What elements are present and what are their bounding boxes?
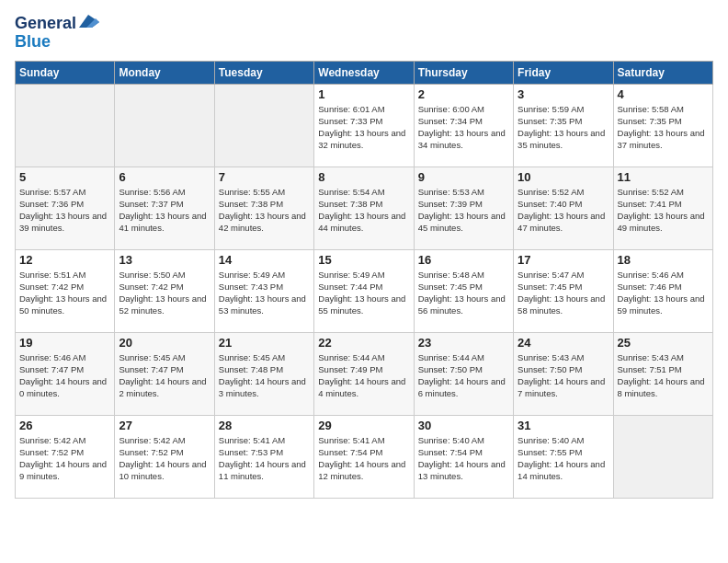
calendar-cell: 6Sunrise: 5:56 AM Sunset: 7:37 PM Daylig… xyxy=(115,167,214,249)
day-number: 21 xyxy=(219,336,310,350)
logo-icon xyxy=(79,15,99,29)
logo-blue: Blue xyxy=(15,33,51,52)
day-info: Sunrise: 5:44 AM Sunset: 7:50 PM Dayligh… xyxy=(418,351,509,400)
day-number: 26 xyxy=(19,419,110,432)
calendar-cell: 31Sunrise: 5:40 AM Sunset: 7:55 PM Dayli… xyxy=(514,415,613,498)
calendar-cell: 18Sunrise: 5:46 AM Sunset: 7:46 PM Dayli… xyxy=(613,249,712,332)
day-info: Sunrise: 5:40 AM Sunset: 7:55 PM Dayligh… xyxy=(518,434,609,483)
calendar-cell: 2Sunrise: 6:00 AM Sunset: 7:34 PM Daylig… xyxy=(414,84,513,167)
day-number: 1 xyxy=(318,87,409,101)
calendar-cell: 23Sunrise: 5:44 AM Sunset: 7:50 PM Dayli… xyxy=(414,332,513,415)
calendar-cell: 26Sunrise: 5:42 AM Sunset: 7:52 PM Dayli… xyxy=(16,415,115,498)
day-header-monday: Monday xyxy=(115,61,214,84)
calendar-cell: 4Sunrise: 5:58 AM Sunset: 7:35 PM Daylig… xyxy=(613,84,712,167)
day-info: Sunrise: 5:41 AM Sunset: 7:53 PM Dayligh… xyxy=(219,434,310,483)
logo: General Blue xyxy=(15,15,99,52)
day-info: Sunrise: 5:42 AM Sunset: 7:52 PM Dayligh… xyxy=(19,434,110,483)
calendar-cell: 17Sunrise: 5:47 AM Sunset: 7:45 PM Dayli… xyxy=(514,249,613,332)
week-row-1: 1Sunrise: 6:01 AM Sunset: 7:33 PM Daylig… xyxy=(16,84,713,167)
day-number: 8 xyxy=(318,170,409,184)
day-number: 7 xyxy=(219,170,310,184)
calendar-table: SundayMondayTuesdayWednesdayThursdayFrid… xyxy=(15,61,713,499)
day-number: 4 xyxy=(618,87,709,101)
day-info: Sunrise: 5:46 AM Sunset: 7:47 PM Dayligh… xyxy=(19,351,110,400)
day-number: 28 xyxy=(219,419,310,432)
day-info: Sunrise: 6:00 AM Sunset: 7:34 PM Dayligh… xyxy=(418,103,509,152)
calendar-cell: 3Sunrise: 5:59 AM Sunset: 7:35 PM Daylig… xyxy=(514,84,613,167)
calendar-cell: 15Sunrise: 5:49 AM Sunset: 7:44 PM Dayli… xyxy=(314,249,414,332)
calendar-cell xyxy=(613,415,712,498)
day-number: 18 xyxy=(618,253,709,267)
day-info: Sunrise: 5:41 AM Sunset: 7:54 PM Dayligh… xyxy=(318,434,409,483)
day-number: 11 xyxy=(618,170,709,184)
week-row-3: 12Sunrise: 5:51 AM Sunset: 7:42 PM Dayli… xyxy=(16,249,713,332)
calendar-cell: 20Sunrise: 5:45 AM Sunset: 7:47 PM Dayli… xyxy=(115,332,214,415)
calendar-cell: 12Sunrise: 5:51 AM Sunset: 7:42 PM Dayli… xyxy=(16,249,115,332)
calendar-cell: 28Sunrise: 5:41 AM Sunset: 7:53 PM Dayli… xyxy=(214,415,313,498)
calendar-cell: 13Sunrise: 5:50 AM Sunset: 7:42 PM Dayli… xyxy=(115,249,214,332)
day-info: Sunrise: 5:40 AM Sunset: 7:54 PM Dayligh… xyxy=(418,434,509,483)
day-info: Sunrise: 5:50 AM Sunset: 7:42 PM Dayligh… xyxy=(119,269,210,317)
day-number: 23 xyxy=(418,336,509,350)
day-info: Sunrise: 5:52 AM Sunset: 7:40 PM Dayligh… xyxy=(518,186,609,235)
day-number: 3 xyxy=(518,87,609,101)
day-info: Sunrise: 5:43 AM Sunset: 7:51 PM Dayligh… xyxy=(618,351,709,400)
week-row-5: 26Sunrise: 5:42 AM Sunset: 7:52 PM Dayli… xyxy=(16,415,713,498)
day-number: 19 xyxy=(19,336,110,350)
calendar-cell xyxy=(115,84,214,167)
header-row: SundayMondayTuesdayWednesdayThursdayFrid… xyxy=(16,61,713,84)
day-number: 22 xyxy=(318,336,409,350)
day-info: Sunrise: 5:45 AM Sunset: 7:47 PM Dayligh… xyxy=(119,351,210,400)
calendar-cell: 24Sunrise: 5:43 AM Sunset: 7:50 PM Dayli… xyxy=(514,332,613,415)
day-info: Sunrise: 5:56 AM Sunset: 7:37 PM Dayligh… xyxy=(119,186,210,235)
day-number: 14 xyxy=(219,253,310,267)
day-info: Sunrise: 5:59 AM Sunset: 7:35 PM Dayligh… xyxy=(518,103,609,152)
day-info: Sunrise: 6:01 AM Sunset: 7:33 PM Dayligh… xyxy=(318,103,409,152)
day-number: 25 xyxy=(618,336,709,350)
calendar-cell: 27Sunrise: 5:42 AM Sunset: 7:52 PM Dayli… xyxy=(115,415,214,498)
day-info: Sunrise: 5:53 AM Sunset: 7:39 PM Dayligh… xyxy=(418,186,509,235)
calendar-cell: 9Sunrise: 5:53 AM Sunset: 7:39 PM Daylig… xyxy=(414,167,513,249)
calendar-cell: 11Sunrise: 5:52 AM Sunset: 7:41 PM Dayli… xyxy=(613,167,712,249)
calendar-cell xyxy=(214,84,313,167)
week-row-2: 5Sunrise: 5:57 AM Sunset: 7:36 PM Daylig… xyxy=(16,167,713,249)
day-header-wednesday: Wednesday xyxy=(314,61,414,84)
calendar-cell: 30Sunrise: 5:40 AM Sunset: 7:54 PM Dayli… xyxy=(414,415,513,498)
day-number: 6 xyxy=(119,170,210,184)
day-number: 9 xyxy=(418,170,509,184)
day-number: 13 xyxy=(119,253,210,267)
day-info: Sunrise: 5:57 AM Sunset: 7:36 PM Dayligh… xyxy=(19,186,110,235)
day-info: Sunrise: 5:46 AM Sunset: 7:46 PM Dayligh… xyxy=(618,269,709,317)
calendar-cell: 1Sunrise: 6:01 AM Sunset: 7:33 PM Daylig… xyxy=(314,84,414,167)
calendar-cell: 14Sunrise: 5:49 AM Sunset: 7:43 PM Dayli… xyxy=(214,249,313,332)
day-info: Sunrise: 5:43 AM Sunset: 7:50 PM Dayligh… xyxy=(518,351,609,400)
day-info: Sunrise: 5:55 AM Sunset: 7:38 PM Dayligh… xyxy=(219,186,310,235)
calendar-cell: 8Sunrise: 5:54 AM Sunset: 7:38 PM Daylig… xyxy=(314,167,414,249)
calendar-cell: 10Sunrise: 5:52 AM Sunset: 7:40 PM Dayli… xyxy=(514,167,613,249)
page-header: General Blue xyxy=(15,15,713,52)
day-number: 15 xyxy=(318,253,409,267)
calendar-cell: 5Sunrise: 5:57 AM Sunset: 7:36 PM Daylig… xyxy=(16,167,115,249)
day-info: Sunrise: 5:44 AM Sunset: 7:49 PM Dayligh… xyxy=(318,351,409,400)
day-info: Sunrise: 5:51 AM Sunset: 7:42 PM Dayligh… xyxy=(19,269,110,317)
day-info: Sunrise: 5:48 AM Sunset: 7:45 PM Dayligh… xyxy=(418,269,509,317)
day-info: Sunrise: 5:49 AM Sunset: 7:44 PM Dayligh… xyxy=(318,269,409,317)
day-number: 29 xyxy=(318,419,409,432)
day-header-friday: Friday xyxy=(514,61,613,84)
calendar-cell: 16Sunrise: 5:48 AM Sunset: 7:45 PM Dayli… xyxy=(414,249,513,332)
day-number: 30 xyxy=(418,419,509,432)
day-number: 24 xyxy=(518,336,609,350)
day-number: 20 xyxy=(119,336,210,350)
day-number: 31 xyxy=(518,419,609,432)
day-header-sunday: Sunday xyxy=(16,61,115,84)
calendar-cell: 25Sunrise: 5:43 AM Sunset: 7:51 PM Dayli… xyxy=(613,332,712,415)
calendar-cell: 7Sunrise: 5:55 AM Sunset: 7:38 PM Daylig… xyxy=(214,167,313,249)
day-number: 12 xyxy=(19,253,110,267)
day-number: 16 xyxy=(418,253,509,267)
calendar-cell: 19Sunrise: 5:46 AM Sunset: 7:47 PM Dayli… xyxy=(16,332,115,415)
day-number: 2 xyxy=(418,87,509,101)
day-number: 10 xyxy=(518,170,609,184)
week-row-4: 19Sunrise: 5:46 AM Sunset: 7:47 PM Dayli… xyxy=(16,332,713,415)
day-number: 5 xyxy=(19,170,110,184)
day-header-thursday: Thursday xyxy=(414,61,513,84)
